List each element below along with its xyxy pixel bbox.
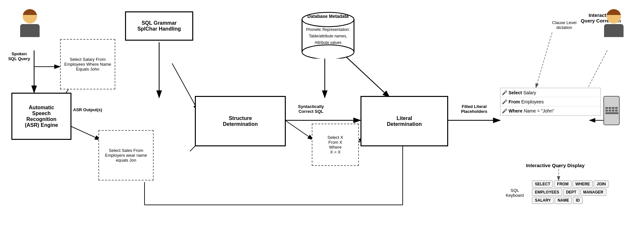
sql-keyboard-label: SQLKeyboard [502, 188, 528, 198]
person-left-head [23, 9, 37, 23]
svg-line-6 [172, 63, 198, 111]
literal-det-box: LiteralDetermination [360, 96, 448, 146]
mic-icon-where[interactable]: 🎤 [502, 108, 507, 114]
key-dept[interactable]: DEPT [563, 189, 579, 196]
sql-template-box: Select XFrom XWhereX = X [312, 124, 359, 166]
key-select[interactable]: SELECT [532, 180, 553, 188]
interactive-query-display-label: Interactive Query Display [507, 163, 604, 168]
key-employees[interactable]: EMPLOYEES [532, 189, 562, 196]
key-salary[interactable]: SALARY [532, 197, 554, 204]
svg-line-9 [285, 120, 313, 140]
person-right [604, 9, 624, 37]
filled-placeholders-label: Filled LiteralPlaceholders [450, 104, 499, 114]
asr-output-label: ASR Output(s) [73, 107, 102, 112]
query-row-from: 🎤 From Employees [500, 97, 600, 106]
query-display: 🎤 Select Salary 🎤 From Employees 🎤 Where… [500, 88, 601, 116]
input-box-1: Select Salary From Employees Where Name … [60, 39, 115, 89]
svg-text:Phonetic Representation:: Phonetic Representation: [306, 27, 350, 32]
structure-det-box: StructureDetermination [195, 96, 286, 146]
keyboard-icon[interactable] [603, 96, 620, 125]
sql-keyboard: SELECT FROM WHERE JOIN EMPLOYEES DEPT MA… [532, 180, 609, 205]
svg-text:Attribute values: Attribute values [315, 40, 342, 45]
key-from[interactable]: FROM [554, 180, 571, 188]
key-name[interactable]: NAME [555, 197, 572, 204]
key-manager[interactable]: MANAGER [580, 189, 606, 196]
syntactically-label: SyntacticallyCorrect SQL [287, 104, 335, 114]
database-cylinder: Database Metadata Phonetic Representatio… [299, 7, 357, 59]
query-row-select: 🎤 Select Salary [500, 88, 600, 97]
person-right-body [604, 24, 624, 37]
svg-line-18 [536, 33, 552, 88]
query-row-where: 🎤 Where Name = "John" [500, 106, 600, 115]
key-join[interactable]: JOIN [594, 180, 609, 188]
mic-icon-from[interactable]: 🎤 [502, 99, 507, 104]
person-left-body [20, 24, 40, 37]
svg-point-24 [302, 45, 354, 59]
asr-engine-box: AutomaticSpeechRecognition(ASR) Engine [11, 93, 71, 140]
key-where[interactable]: WHERE [573, 180, 593, 188]
person-right-head [607, 9, 621, 23]
svg-text:Table/attribute names,: Table/attribute names, [309, 34, 347, 38]
svg-text:Database Metadata: Database Metadata [308, 14, 349, 19]
svg-line-12 [341, 52, 390, 98]
clause-level-label: Clause Leveldictation [552, 20, 576, 30]
person-left [20, 9, 40, 37]
key-id[interactable]: ID [573, 197, 583, 204]
spoken-sql-label: SpokenSQL Query [5, 51, 34, 61]
mic-icon-select[interactable]: 🎤 [502, 90, 507, 95]
grammar-box: SQL GrammarSplChar Handling [125, 11, 193, 41]
input-box-2: Select Sales From Employers wear name eq… [98, 130, 154, 180]
